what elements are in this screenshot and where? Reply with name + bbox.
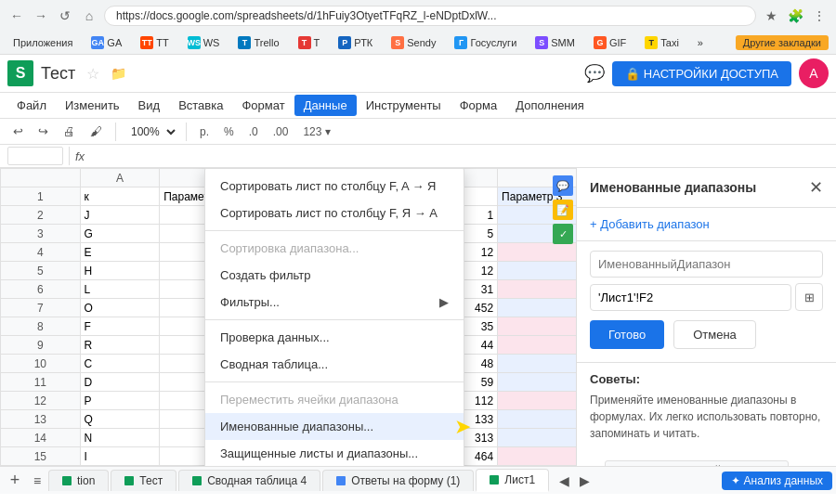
avatar[interactable]: A: [799, 58, 829, 88]
bookmark-trello[interactable]: T Trello: [232, 34, 284, 51]
cell-a3[interactable]: G: [80, 225, 160, 243]
note-icon[interactable]: 📝: [553, 200, 573, 220]
bookmark-sendy[interactable]: S Sendy: [385, 34, 441, 51]
sheet-tab-answers[interactable]: Ответы на форму (1): [322, 470, 474, 491]
redo-button[interactable]: ↪: [33, 122, 54, 141]
home-button[interactable]: ⌂: [80, 6, 98, 25]
menu-form[interactable]: Форма: [451, 95, 507, 116]
bookmark-more[interactable]: »: [692, 35, 709, 50]
sheet-tab-list1[interactable]: Лист1: [476, 469, 549, 492]
sheet-tab-label-test: Тест: [139, 474, 163, 487]
menu-button[interactable]: ⋮: [810, 6, 829, 25]
decimal0-button[interactable]: .0: [243, 123, 264, 140]
cell-a16[interactable]: A: [80, 466, 160, 467]
menu-create-filter[interactable]: Создать фильтр: [205, 262, 464, 289]
nav-right-button[interactable]: ▶: [575, 472, 594, 490]
refresh-button[interactable]: ↺: [56, 6, 74, 25]
url-bar[interactable]: [104, 6, 756, 26]
done-button[interactable]: Готово: [590, 320, 664, 349]
paint-format-button[interactable]: 🖌: [85, 122, 108, 141]
bookmark-gif[interactable]: G GIF: [588, 34, 632, 51]
menu-file[interactable]: Файл: [7, 95, 56, 116]
menu-sort-za[interactable]: Сортировать лист по столбцу F, Я → А: [205, 200, 464, 226]
col-header-a[interactable]: A: [80, 169, 160, 187]
row-13: 13: [1, 410, 81, 429]
formula-input[interactable]: [90, 148, 829, 164]
menu-edit[interactable]: Изменить: [56, 95, 129, 116]
percent-button[interactable]: %: [218, 123, 240, 140]
analyze-data-button[interactable]: ✦ Анализ данных: [722, 472, 832, 490]
ga-icon: GA: [91, 36, 104, 49]
cell-a2[interactable]: J: [80, 206, 160, 225]
range-ref-input[interactable]: [590, 284, 791, 311]
bookmark-rtk[interactable]: Р РТК: [333, 34, 378, 51]
star-icon[interactable]: ☆: [86, 65, 99, 83]
zoom-select[interactable]: 100%: [124, 123, 178, 141]
cell-a10[interactable]: C: [80, 355, 160, 373]
cell-a12[interactable]: P: [80, 392, 160, 410]
menu-data[interactable]: Данные: [294, 95, 357, 116]
extensions-button[interactable]: 🧩: [786, 6, 804, 25]
decimal00-button[interactable]: .00: [268, 123, 294, 140]
forward-button[interactable]: →: [32, 6, 50, 25]
menu-sort-az[interactable]: Сортировать лист по столбцу F, A → Я: [205, 173, 464, 200]
range-name-input[interactable]: [590, 251, 823, 278]
bookmark-apps[interactable]: Приложения: [7, 35, 78, 50]
undo-button[interactable]: ↩: [7, 122, 29, 141]
cell-a15[interactable]: I: [80, 447, 160, 466]
bookmark-t[interactable]: T T: [293, 34, 326, 51]
access-button[interactable]: 🔒 НАСТРОЙКИ ДОСТУПА: [612, 61, 791, 86]
bookmark-tt[interactable]: TT TT: [135, 34, 174, 51]
menu-pivot-table[interactable]: Сводная таблица...: [205, 351, 464, 378]
cell-a11[interactable]: D: [80, 373, 160, 392]
menu-filters[interactable]: Фильтры...▶: [205, 289, 464, 316]
menu-format[interactable]: Формат: [232, 95, 294, 116]
print-button[interactable]: 🖨: [58, 122, 81, 141]
sheet-tab-pivot[interactable]: Сводная таблица 4: [178, 470, 320, 491]
add-sheet-button[interactable]: +: [4, 470, 26, 492]
cell-a5[interactable]: H: [80, 262, 160, 280]
toolbar-sep1: [115, 123, 116, 141]
cell-a13[interactable]: Q: [80, 410, 160, 429]
menu-data-validation[interactable]: Проверка данных...: [205, 324, 464, 351]
chat-icon[interactable]: 💬: [553, 175, 573, 196]
sheet-tab-test[interactable]: Тест: [111, 470, 176, 491]
bookmark-button[interactable]: ★: [762, 6, 780, 25]
back-button[interactable]: ←: [7, 6, 26, 25]
menu-divider-3: [205, 381, 464, 382]
cell-a6[interactable]: L: [80, 280, 160, 299]
bookmark-smm[interactable]: S SMM: [529, 34, 581, 51]
dropdown-menu: Сортировать лист по столбцу F, A → Я Сор…: [204, 168, 464, 466]
add-range-button[interactable]: + Добавить диапазон: [577, 208, 836, 241]
menu-insert[interactable]: Вставка: [169, 95, 232, 116]
cell-ref-input[interactable]: [7, 147, 63, 165]
nav-left-button[interactable]: ◀: [555, 472, 573, 490]
comments-button[interactable]: 💬: [584, 63, 605, 84]
cell-a9[interactable]: R: [80, 336, 160, 355]
cell-a7[interactable]: O: [80, 299, 160, 317]
cell-a4[interactable]: E: [80, 243, 160, 262]
cell-a14[interactable]: N: [80, 429, 160, 447]
other-bookmarks[interactable]: Другие закладки: [736, 35, 829, 50]
menu-named-ranges[interactable]: Именованные диапазоны... ➤: [205, 413, 464, 440]
menu-view[interactable]: Вид: [129, 95, 170, 116]
sheets-list-button[interactable]: ≡: [26, 470, 48, 492]
cell-a8[interactable]: F: [80, 317, 160, 336]
check-icon[interactable]: ✓: [553, 224, 573, 244]
bookmark-ga[interactable]: GA GA: [85, 34, 127, 51]
grid-select-button[interactable]: ⊞: [795, 283, 823, 311]
folder-icon[interactable]: 📁: [111, 66, 126, 81]
cancel-button[interactable]: Отмена: [673, 320, 756, 349]
currency-button[interactable]: р.: [194, 123, 215, 140]
cell-a1[interactable]: к: [80, 187, 160, 206]
menu-addons[interactable]: Дополнения: [506, 95, 594, 116]
format-more-button[interactable]: 123 ▾: [297, 123, 335, 140]
bookmark-ws[interactable]: WS WS: [182, 34, 226, 51]
row-5: 5: [1, 262, 81, 280]
menu-protected-sheets[interactable]: Защищенные листы и диапазоны...: [205, 440, 464, 466]
panel-close-button[interactable]: ✕: [809, 177, 823, 198]
bookmark-gosl[interactable]: Г Госуслуги: [449, 34, 522, 51]
bookmark-taxi[interactable]: T Taxi: [639, 34, 685, 51]
sheet-tab-tion[interactable]: tion: [48, 470, 109, 491]
menu-tools[interactable]: Инструменты: [357, 95, 451, 116]
